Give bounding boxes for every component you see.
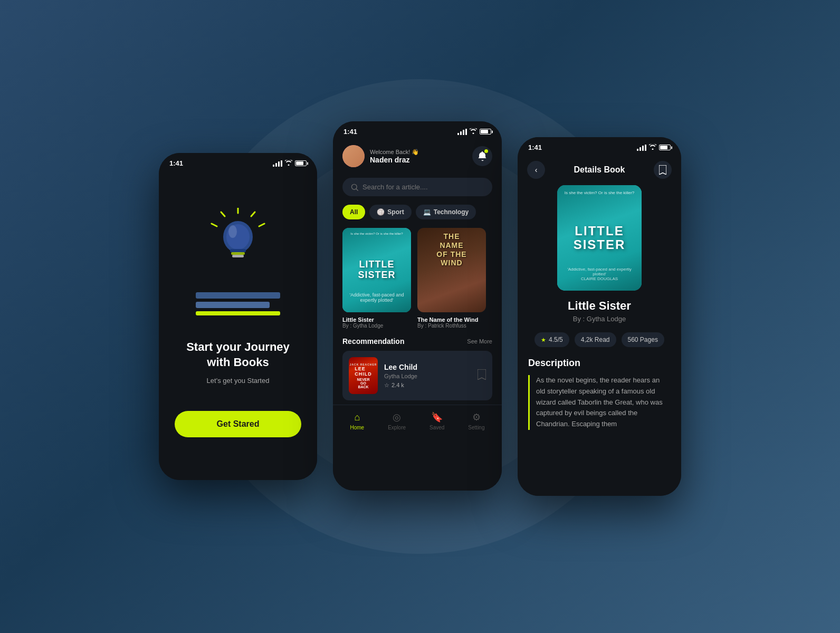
tech-emoji: 💻 bbox=[423, 208, 431, 216]
bookmark-button[interactable] bbox=[654, 161, 672, 179]
home-nav-icon: ⌂ bbox=[354, 412, 360, 423]
svg-line-1 bbox=[251, 212, 255, 216]
star-icon: ☆ bbox=[384, 382, 389, 389]
book-1-author: By : Gytha Lodge bbox=[342, 323, 411, 329]
svg-line-3 bbox=[221, 212, 225, 216]
lightbulb-icon bbox=[206, 208, 270, 276]
category-all[interactable]: All bbox=[342, 205, 365, 219]
book-cover-2: THENAMEOF THEWIND bbox=[417, 228, 486, 312]
details-status-bar: 1:41 bbox=[518, 137, 681, 155]
book-2-title: The Name of the Wind bbox=[417, 316, 486, 323]
details-battery-icon bbox=[659, 145, 671, 150]
category-sport[interactable]: 🏐 Sport bbox=[369, 205, 411, 219]
details-content: ‹ Details Book Is she the victim? Or is … bbox=[518, 155, 681, 496]
details-page-title: Details Book bbox=[574, 165, 625, 175]
splash-time: 1:41 bbox=[169, 159, 183, 167]
explore-nav-icon: ◎ bbox=[393, 411, 401, 423]
search-bar[interactable] bbox=[342, 178, 492, 196]
home-signal-icon bbox=[457, 129, 467, 135]
pages-value: 560 Pages bbox=[628, 336, 658, 343]
notification-button[interactable] bbox=[472, 146, 492, 166]
nav-home[interactable]: ⌂ Home bbox=[350, 412, 364, 430]
book-card-1[interactable]: Is she the victim? Or is she the killer?… bbox=[342, 228, 411, 329]
home-time: 1:41 bbox=[343, 128, 357, 136]
rec-rating-value: 2.4 k bbox=[392, 382, 404, 388]
screens-container: 1:41 bbox=[159, 137, 681, 496]
details-header: ‹ Details Book bbox=[518, 155, 681, 185]
search-icon bbox=[351, 184, 358, 191]
svg-point-10 bbox=[228, 225, 237, 238]
home-header: Welcome Back! 👋 Naden draz bbox=[333, 139, 502, 174]
recommendation-item[interactable]: JACK REACHER LEECHILD NEVERGOBACK Lee Ch… bbox=[342, 351, 492, 400]
home-screen: 1:41 bbox=[333, 121, 502, 491]
splash-status-icons bbox=[273, 160, 307, 167]
rec-info: Lee Child Gytha Lodge ☆ 2.4 k bbox=[384, 363, 471, 389]
detail-book-title: Little Sister bbox=[528, 299, 671, 313]
home-status-bar: 1:41 bbox=[333, 121, 502, 139]
books-stack bbox=[196, 292, 280, 319]
splash-screen: 1:41 bbox=[159, 153, 317, 480]
nav-explore[interactable]: ◎ Explore bbox=[388, 411, 406, 430]
rec-author: Gytha Lodge bbox=[384, 373, 471, 379]
svg-line-12 bbox=[356, 188, 358, 190]
stat-reads: 4,2k Read bbox=[575, 332, 616, 347]
rec-bookmark-icon[interactable] bbox=[478, 369, 486, 382]
splash-title: Start your Journey with Books bbox=[175, 340, 301, 370]
nav-setting[interactable]: ⚙ Setting bbox=[468, 411, 484, 430]
back-button[interactable]: ‹ bbox=[527, 161, 545, 179]
category-all-label: All bbox=[350, 208, 358, 216]
phone-home: 1:41 bbox=[333, 121, 502, 491]
category-tabs: All 🏐 Sport 💻 Technology bbox=[333, 200, 502, 224]
details-wifi-icon bbox=[649, 144, 656, 151]
home-status-icons bbox=[457, 128, 491, 136]
category-sport-label: Sport bbox=[387, 208, 404, 216]
stat-rating: ★ 4.5/5 bbox=[534, 332, 569, 347]
category-tech-label: Technology bbox=[434, 208, 469, 216]
splash-content: Start your Journey with Books Let's get … bbox=[159, 170, 317, 480]
rating-value: 4.5/5 bbox=[549, 336, 563, 343]
book-1-title: Little Sister bbox=[342, 316, 411, 323]
home-content: Welcome Back! 👋 Naden draz bbox=[333, 139, 502, 491]
user-name: Naden draz bbox=[370, 156, 419, 164]
svg-line-2 bbox=[259, 224, 264, 226]
search-input[interactable] bbox=[362, 183, 484, 191]
saved-nav-icon: 🔖 bbox=[431, 411, 443, 423]
rec-title: Lee Child bbox=[384, 363, 471, 371]
svg-rect-8 bbox=[231, 252, 245, 255]
see-more-button[interactable]: See More bbox=[467, 338, 492, 344]
saved-nav-label: Saved bbox=[429, 425, 444, 430]
category-technology[interactable]: 💻 Technology bbox=[416, 205, 476, 219]
phone-details: 1:41 bbox=[518, 137, 681, 496]
book-2-author: By : Patrick Rothfuss bbox=[417, 323, 486, 329]
user-info: Welcome Back! 👋 Naden draz bbox=[342, 145, 419, 167]
sport-emoji: 🏐 bbox=[377, 208, 385, 216]
books-grid: Is she the victim? Or is she the killer?… bbox=[333, 224, 502, 333]
details-time: 1:41 bbox=[528, 143, 542, 151]
get-started-button[interactable]: Get Stared bbox=[175, 411, 301, 437]
battery-icon bbox=[295, 160, 307, 166]
welcome-text: Welcome Back! 👋 bbox=[370, 149, 419, 156]
detail-book-cover: Is she the victim? Or is she the killer?… bbox=[557, 185, 642, 291]
description-title: Description bbox=[528, 358, 671, 369]
book-line-1 bbox=[196, 292, 280, 299]
home-wifi-icon bbox=[470, 128, 477, 136]
svg-line-4 bbox=[212, 224, 217, 226]
description-text-wrapper: As the novel begins, the reader hears an… bbox=[528, 375, 671, 430]
section-header: Recommendation See More bbox=[342, 337, 492, 346]
setting-nav-label: Setting bbox=[468, 425, 484, 430]
description-section: Description As the novel begins, the rea… bbox=[518, 358, 681, 496]
rec-book-cover: JACK REACHER LEECHILD NEVERGOBACK bbox=[349, 357, 378, 394]
home-nav-label: Home bbox=[350, 425, 364, 430]
book-cover-1: Is she the victim? Or is she the killer?… bbox=[342, 228, 411, 312]
details-screen: 1:41 bbox=[518, 137, 681, 496]
description-text: As the novel begins, the reader hears an… bbox=[536, 375, 671, 430]
home-battery-icon bbox=[480, 129, 491, 135]
details-signal-icon bbox=[637, 145, 646, 151]
book-card-2[interactable]: THENAMEOF THEWIND The Name of the Wind B… bbox=[417, 228, 486, 329]
svg-rect-9 bbox=[232, 255, 244, 257]
book-stats: ★ 4.5/5 4,2k Read 560 Pages bbox=[518, 332, 681, 347]
nav-saved[interactable]: 🔖 Saved bbox=[429, 411, 444, 430]
reads-value: 4,2k Read bbox=[581, 336, 610, 343]
svg-rect-7 bbox=[230, 249, 246, 252]
splash-subtitle: Let's get you Started bbox=[207, 377, 270, 385]
